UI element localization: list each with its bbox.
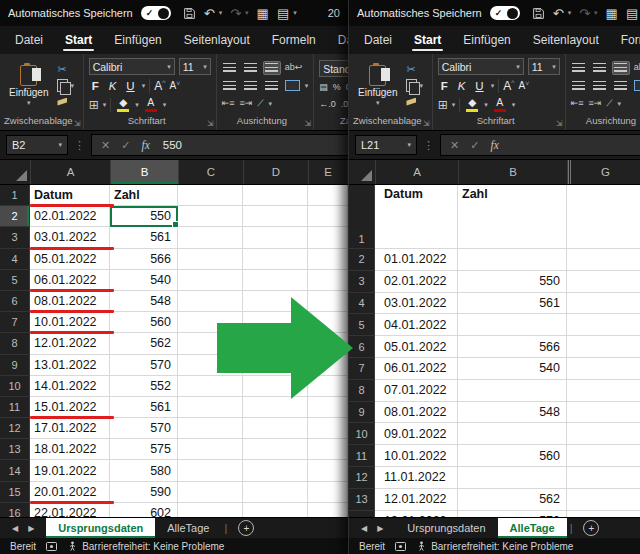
- cell-d16[interactable]: [243, 503, 308, 517]
- cell-e14[interactable]: [308, 460, 348, 481]
- column-header-d[interactable]: D: [244, 160, 309, 184]
- cell-d14[interactable]: [243, 460, 308, 481]
- format-painter-icon[interactable]: [57, 98, 67, 106]
- row-header-14[interactable]: 14: [0, 460, 30, 481]
- menu-tab-formeln[interactable]: Formeln: [261, 26, 327, 54]
- underline-button[interactable]: U: [123, 80, 137, 92]
- cell-d1[interactable]: [243, 185, 308, 206]
- autosave-toggle[interactable]: ✓: [141, 6, 171, 20]
- decrease-indent-icon[interactable]: ⇤≡: [571, 99, 584, 108]
- add-sheet-button[interactable]: +: [238, 520, 254, 536]
- cell-e15[interactable]: [308, 482, 348, 503]
- undo-icon[interactable]: ↶: [204, 7, 215, 20]
- cell-a4[interactable]: 03.01.2022: [375, 293, 458, 315]
- cell-e5[interactable]: [308, 270, 348, 291]
- cell-b16[interactable]: 602: [110, 503, 178, 517]
- table-icon[interactable]: ▦: [257, 7, 269, 20]
- cell-g1[interactable]: [567, 185, 640, 249]
- menu-tab-datei[interactable]: Datei: [353, 26, 403, 54]
- sheet-tab-ursprungsdaten[interactable]: Ursprungsdaten: [46, 518, 155, 538]
- cell-a11[interactable]: 10.01.2022: [375, 445, 458, 467]
- cell-d2[interactable]: [243, 206, 308, 227]
- cut-icon[interactable]: ✂: [406, 63, 415, 76]
- row-header-3[interactable]: 3: [349, 271, 375, 293]
- fill-color-button[interactable]: ◆: [115, 97, 131, 112]
- cell-a10[interactable]: 14.01.2022: [30, 376, 110, 397]
- font-color-dropdown-icon[interactable]: ▾: [163, 101, 167, 109]
- fill-color-dropdown-icon[interactable]: ▾: [484, 101, 488, 109]
- cell-a5[interactable]: 04.01.2022: [375, 314, 458, 336]
- cell-b13[interactable]: 562: [458, 489, 567, 511]
- increase-font-icon[interactable]: A^: [503, 79, 514, 93]
- cell-b7[interactable]: 540: [458, 358, 567, 380]
- menu-tab-start[interactable]: Start: [54, 26, 103, 54]
- cell-b9[interactable]: 548: [458, 402, 567, 424]
- cell-d4[interactable]: [243, 249, 308, 270]
- insert-function-icon[interactable]: fx: [141, 139, 149, 151]
- cell-a12[interactable]: 11.01.2022: [375, 467, 458, 489]
- row-header-7[interactable]: 7: [0, 312, 30, 333]
- cell-b7[interactable]: 560: [110, 312, 178, 333]
- select-all-corner[interactable]: [349, 160, 376, 184]
- cell-a10[interactable]: 09.01.2022: [375, 423, 458, 445]
- orientation-dropdown-icon[interactable]: ▾: [269, 100, 273, 108]
- row-header-2[interactable]: 2: [349, 249, 375, 271]
- cell-g7[interactable]: [567, 358, 640, 380]
- cell-c4[interactable]: [178, 249, 243, 270]
- formula-input[interactable]: ✕ ✓ fx: [440, 134, 640, 156]
- cell-c12[interactable]: [178, 418, 243, 439]
- menu-tab-start[interactable]: Start: [403, 26, 452, 54]
- orientation-dropdown-icon[interactable]: ▾: [618, 100, 622, 108]
- cell-a3[interactable]: 03.01.2022: [30, 227, 110, 248]
- fill-color-dropdown-icon[interactable]: ▾: [135, 101, 139, 109]
- cell-c13[interactable]: [178, 439, 243, 460]
- calculator-icon[interactable]: ▤: [626, 7, 638, 20]
- number-format-select[interactable]: Standard▾: [319, 60, 348, 77]
- cell-a7[interactable]: 06.01.2022: [375, 358, 458, 380]
- sheet-tab-ursprungsdaten[interactable]: Ursprungsdaten: [395, 518, 497, 538]
- row-header-1[interactable]: 1: [0, 185, 30, 206]
- align-center-icon[interactable]: [592, 80, 608, 92]
- cell-c2[interactable]: [178, 206, 243, 227]
- cell-a13[interactable]: 18.01.2022: [30, 439, 110, 460]
- undo-dropdown-icon[interactable]: ▾: [219, 9, 223, 17]
- cell-e3[interactable]: [308, 227, 348, 248]
- cell-c1[interactable]: [178, 185, 243, 206]
- cell-b3[interactable]: 561: [110, 227, 178, 248]
- cell-d12[interactable]: [243, 418, 308, 439]
- cell-g5[interactable]: [567, 314, 640, 336]
- cell-b12[interactable]: [458, 467, 567, 489]
- menu-tab-formeln[interactable]: Formeln: [610, 26, 640, 54]
- insert-function-icon[interactable]: fx: [490, 139, 498, 151]
- cell-a8[interactable]: 07.01.2022: [375, 380, 458, 402]
- wrap-text-icon[interactable]: ab↩: [285, 63, 303, 72]
- cell-a8[interactable]: 12.01.2022: [30, 333, 110, 354]
- font-name-select[interactable]: Calibri▾: [438, 58, 524, 75]
- cell-c5[interactable]: [178, 270, 243, 291]
- cell-a1[interactable]: Datum: [30, 185, 110, 206]
- cell-g11[interactable]: [567, 445, 640, 467]
- align-top-icon[interactable]: [222, 62, 238, 74]
- cell-a9[interactable]: 13.01.2022: [30, 355, 110, 376]
- align-right-icon[interactable]: [613, 80, 629, 92]
- italic-button[interactable]: K: [455, 80, 469, 92]
- row-header-10[interactable]: 10: [349, 423, 375, 445]
- font-dialog-launcher-icon[interactable]: ⇲: [207, 119, 214, 128]
- menu-tab-einfügen[interactable]: Einfügen: [103, 26, 172, 54]
- cell-a9[interactable]: 08.01.2022: [375, 402, 458, 424]
- cell-b1[interactable]: Zahl: [458, 185, 567, 249]
- align-bottom-icon[interactable]: [613, 62, 629, 74]
- row-header-12[interactable]: 12: [349, 467, 375, 489]
- row-header-9[interactable]: 9: [349, 402, 375, 424]
- cell-b14[interactable]: 570: [458, 511, 567, 517]
- cell-b10[interactable]: [458, 423, 567, 445]
- paste-dropdown-icon[interactable]: ▾: [27, 99, 31, 107]
- copy-icon[interactable]: [406, 79, 417, 92]
- cell-b1[interactable]: Zahl: [110, 185, 178, 206]
- font-size-select[interactable]: 11▾: [528, 58, 560, 75]
- clipboard-dialog-launcher-icon[interactable]: ⇲: [423, 119, 430, 128]
- cell-b12[interactable]: 570: [110, 418, 178, 439]
- select-all-corner[interactable]: [0, 160, 31, 184]
- increase-font-icon[interactable]: A^: [154, 79, 165, 93]
- align-middle-icon[interactable]: [243, 62, 259, 74]
